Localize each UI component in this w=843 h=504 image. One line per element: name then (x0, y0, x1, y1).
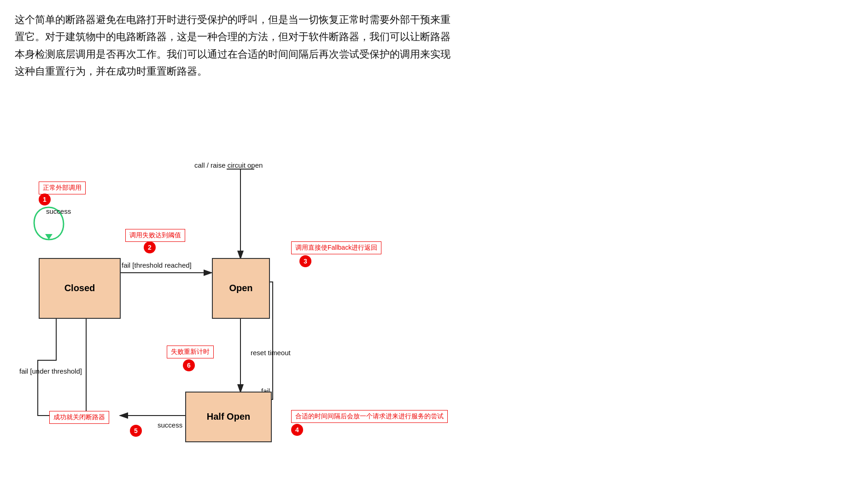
label-fail-under: fail [under threshold] (19, 367, 82, 375)
diagram-area: 正常外部调用 1 success 调用失败达到阈值 2 fail [thresh… (15, 93, 475, 471)
state-open: Open (212, 258, 270, 319)
circle-6: 6 (183, 359, 195, 371)
annotation-1: 正常外部调用 (39, 182, 86, 194)
circle-5: 5 (130, 425, 142, 437)
annotation-6: 失败重新计时 (167, 346, 214, 358)
state-closed: Closed (39, 258, 121, 319)
circle-2: 2 (144, 241, 156, 253)
state-half-open: Half Open (185, 392, 272, 442)
description-text: 这个简单的断路器避免在电路打开时进行受保护的呼叫，但是当一切恢复正常时需要外部干… (15, 11, 452, 80)
label-call-raise: call / raise circuit open (194, 161, 263, 169)
annotation-3: 调用直接使Fallback进行返回 (291, 241, 381, 254)
label-reset-timeout: reset timeout (251, 349, 291, 357)
circle-4: 4 (291, 424, 303, 436)
label-success-half: success (158, 421, 182, 429)
circle-1: 1 (39, 193, 51, 205)
annotation-4: 合适的时间间隔后会放一个请求进来进行服务的尝试 (291, 410, 448, 423)
annotation-2: 调用失败达到阈值 (125, 229, 185, 242)
circle-3: 3 (299, 255, 311, 267)
annotation-5: 成功就关闭断路器 (49, 411, 109, 424)
label-success-loop: success (46, 207, 71, 215)
label-fail-threshold: fail [threshold reached] (122, 261, 192, 269)
